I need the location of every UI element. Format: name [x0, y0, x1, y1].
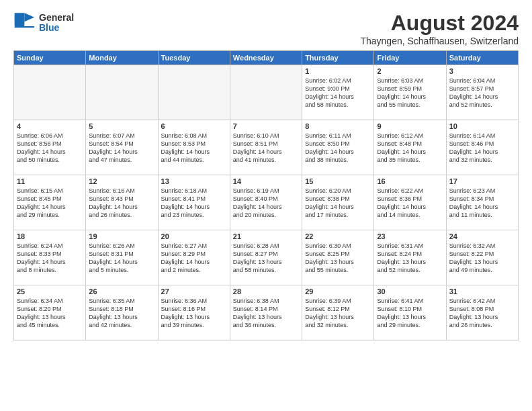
calendar-week-2: 4Sunrise: 6:06 AM Sunset: 8:56 PM Daylig… [14, 120, 519, 175]
day-number: 16 [377, 177, 443, 185]
calendar-cell: 19Sunrise: 6:26 AM Sunset: 8:31 PM Dayli… [86, 230, 158, 285]
calendar-week-3: 11Sunrise: 6:15 AM Sunset: 8:45 PM Dayli… [14, 175, 519, 230]
day-info: Sunrise: 6:27 AM Sunset: 8:29 PM Dayligh… [161, 242, 227, 275]
day-info: Sunrise: 6:41 AM Sunset: 8:10 PM Dayligh… [377, 297, 443, 330]
calendar-cell: 18Sunrise: 6:24 AM Sunset: 8:33 PM Dayli… [14, 230, 86, 285]
day-info: Sunrise: 6:08 AM Sunset: 8:53 PM Dayligh… [161, 132, 227, 165]
day-number: 18 [17, 232, 83, 240]
day-number: 1 [305, 67, 371, 75]
day-info: Sunrise: 6:19 AM Sunset: 8:40 PM Dayligh… [233, 187, 299, 220]
calendar-cell [86, 65, 158, 120]
logo-blue: Blue [39, 23, 74, 33]
day-number: 9 [377, 122, 443, 130]
calendar-cell: 3Sunrise: 6:04 AM Sunset: 8:57 PM Daylig… [446, 65, 518, 120]
calendar-cell: 7Sunrise: 6:10 AM Sunset: 8:51 PM Daylig… [230, 120, 302, 175]
day-number: 31 [449, 287, 515, 295]
day-number: 30 [377, 287, 443, 295]
day-info: Sunrise: 6:20 AM Sunset: 8:38 PM Dayligh… [305, 187, 371, 220]
day-info: Sunrise: 6:03 AM Sunset: 8:59 PM Dayligh… [377, 77, 443, 109]
day-info: Sunrise: 6:36 AM Sunset: 8:16 PM Dayligh… [161, 297, 227, 330]
calendar-cell [230, 65, 302, 120]
calendar-cell: 24Sunrise: 6:32 AM Sunset: 8:22 PM Dayli… [446, 230, 518, 285]
month-title: August 2024 [360, 11, 519, 36]
day-info: Sunrise: 6:02 AM Sunset: 9:00 PM Dayligh… [305, 77, 371, 109]
day-number: 11 [17, 177, 83, 185]
day-info: Sunrise: 6:18 AM Sunset: 8:41 PM Dayligh… [161, 187, 227, 220]
day-number: 8 [305, 122, 371, 130]
day-info: Sunrise: 6:26 AM Sunset: 8:31 PM Dayligh… [89, 242, 154, 275]
day-number: 19 [89, 232, 154, 240]
day-info: Sunrise: 6:30 AM Sunset: 8:25 PM Dayligh… [305, 242, 371, 275]
day-number: 6 [161, 122, 227, 130]
day-info: Sunrise: 6:10 AM Sunset: 8:51 PM Dayligh… [233, 132, 299, 165]
header: General Blue August 2024 Thayngen, Schaf… [13, 11, 519, 46]
location: Thayngen, Schaffhausen, Switzerland [360, 36, 519, 46]
day-number: 22 [305, 232, 371, 240]
calendar-cell: 28Sunrise: 6:38 AM Sunset: 8:14 PM Dayli… [230, 285, 302, 340]
day-number: 24 [449, 232, 515, 240]
calendar-cell: 16Sunrise: 6:22 AM Sunset: 8:36 PM Dayli… [374, 175, 446, 230]
day-number: 15 [305, 177, 371, 185]
calendar-cell [158, 65, 230, 120]
day-number: 5 [89, 122, 154, 130]
calendar-cell [14, 65, 86, 120]
calendar-week-4: 18Sunrise: 6:24 AM Sunset: 8:33 PM Dayli… [14, 230, 519, 285]
logo-icon [13, 11, 38, 35]
day-info: Sunrise: 6:35 AM Sunset: 8:18 PM Dayligh… [89, 297, 154, 330]
calendar-cell: 9Sunrise: 6:12 AM Sunset: 8:48 PM Daylig… [374, 120, 446, 175]
calendar: SundayMondayTuesdayWednesdayThursdayFrid… [13, 50, 519, 340]
calendar-header-thursday: Thursday [302, 51, 374, 65]
day-number: 25 [17, 287, 83, 295]
day-info: Sunrise: 6:42 AM Sunset: 8:08 PM Dayligh… [449, 297, 515, 330]
calendar-cell: 17Sunrise: 6:23 AM Sunset: 8:34 PM Dayli… [446, 175, 518, 230]
day-number: 12 [89, 177, 154, 185]
calendar-header-wednesday: Wednesday [230, 51, 302, 65]
page: General Blue August 2024 Thayngen, Schaf… [0, 0, 532, 411]
calendar-cell: 21Sunrise: 6:28 AM Sunset: 8:27 PM Dayli… [230, 230, 302, 285]
calendar-cell: 20Sunrise: 6:27 AM Sunset: 8:29 PM Dayli… [158, 230, 230, 285]
logo-general: General [39, 13, 74, 23]
calendar-cell: 11Sunrise: 6:15 AM Sunset: 8:45 PM Dayli… [14, 175, 86, 230]
calendar-header-sunday: Sunday [14, 51, 86, 65]
day-info: Sunrise: 6:32 AM Sunset: 8:22 PM Dayligh… [449, 242, 515, 275]
svg-rect-2 [15, 26, 34, 28]
day-info: Sunrise: 6:38 AM Sunset: 8:14 PM Dayligh… [233, 297, 299, 330]
day-info: Sunrise: 6:24 AM Sunset: 8:33 PM Dayligh… [17, 242, 83, 275]
logo: General Blue [13, 11, 74, 35]
day-number: 28 [233, 287, 299, 295]
day-info: Sunrise: 6:39 AM Sunset: 8:12 PM Dayligh… [305, 297, 371, 330]
day-info: Sunrise: 6:11 AM Sunset: 8:50 PM Dayligh… [305, 132, 371, 165]
calendar-cell: 6Sunrise: 6:08 AM Sunset: 8:53 PM Daylig… [158, 120, 230, 175]
calendar-header-saturday: Saturday [446, 51, 518, 65]
calendar-cell: 23Sunrise: 6:31 AM Sunset: 8:24 PM Dayli… [374, 230, 446, 285]
calendar-cell: 1Sunrise: 6:02 AM Sunset: 9:00 PM Daylig… [302, 65, 374, 120]
calendar-week-5: 25Sunrise: 6:34 AM Sunset: 8:20 PM Dayli… [14, 285, 519, 340]
calendar-cell: 22Sunrise: 6:30 AM Sunset: 8:25 PM Dayli… [302, 230, 374, 285]
logo-text: General Blue [39, 13, 74, 34]
day-info: Sunrise: 6:28 AM Sunset: 8:27 PM Dayligh… [233, 242, 299, 275]
day-number: 14 [233, 177, 299, 185]
calendar-cell: 4Sunrise: 6:06 AM Sunset: 8:56 PM Daylig… [14, 120, 86, 175]
calendar-cell: 13Sunrise: 6:18 AM Sunset: 8:41 PM Dayli… [158, 175, 230, 230]
calendar-header-friday: Friday [374, 51, 446, 65]
svg-marker-1 [24, 13, 34, 21]
calendar-week-1: 1Sunrise: 6:02 AM Sunset: 9:00 PM Daylig… [14, 65, 519, 120]
calendar-cell: 26Sunrise: 6:35 AM Sunset: 8:18 PM Dayli… [86, 285, 158, 340]
day-info: Sunrise: 6:14 AM Sunset: 8:46 PM Dayligh… [449, 132, 515, 165]
day-number: 21 [233, 232, 299, 240]
day-info: Sunrise: 6:04 AM Sunset: 8:57 PM Dayligh… [449, 77, 515, 109]
calendar-cell: 30Sunrise: 6:41 AM Sunset: 8:10 PM Dayli… [374, 285, 446, 340]
calendar-cell: 31Sunrise: 6:42 AM Sunset: 8:08 PM Dayli… [446, 285, 518, 340]
day-number: 17 [449, 177, 515, 185]
day-number: 10 [449, 122, 515, 130]
day-number: 27 [161, 287, 227, 295]
calendar-cell: 27Sunrise: 6:36 AM Sunset: 8:16 PM Dayli… [158, 285, 230, 340]
day-number: 7 [233, 122, 299, 130]
day-number: 29 [305, 287, 371, 295]
day-info: Sunrise: 6:16 AM Sunset: 8:43 PM Dayligh… [89, 187, 154, 220]
calendar-cell: 8Sunrise: 6:11 AM Sunset: 8:50 PM Daylig… [302, 120, 374, 175]
calendar-cell: 5Sunrise: 6:07 AM Sunset: 8:54 PM Daylig… [86, 120, 158, 175]
calendar-cell: 10Sunrise: 6:14 AM Sunset: 8:46 PM Dayli… [446, 120, 518, 175]
calendar-cell: 12Sunrise: 6:16 AM Sunset: 8:43 PM Dayli… [86, 175, 158, 230]
day-number: 13 [161, 177, 227, 185]
